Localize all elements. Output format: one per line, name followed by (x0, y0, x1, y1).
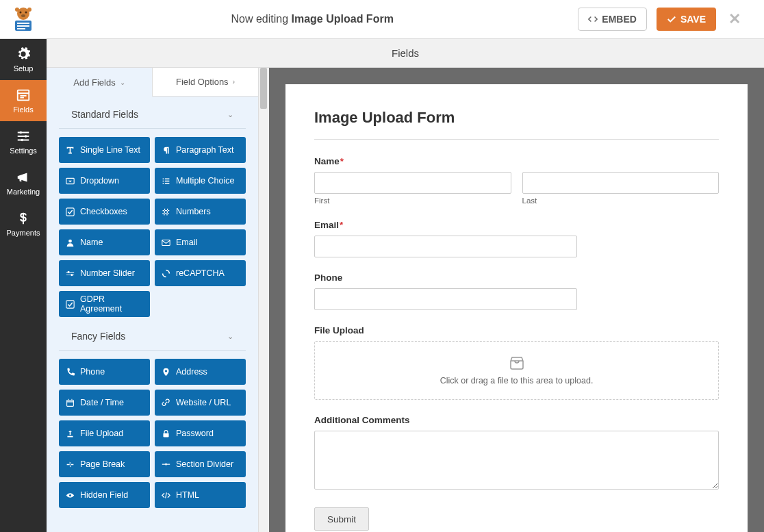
field-type-file-upload[interactable]: File Upload (59, 420, 150, 446)
cal-icon (66, 398, 75, 407)
field-type-address[interactable]: Address (155, 359, 246, 385)
nav-marketing[interactable]: Marketing (0, 162, 47, 203)
field-panel: Add Fields⌄ Field Options› Standard Fiel… (47, 68, 258, 532)
tab-add-fields[interactable]: Add Fields⌄ (47, 68, 152, 97)
field-type-date-time[interactable]: Date / Time (59, 390, 150, 416)
embed-button[interactable]: EMBED (578, 8, 647, 31)
file-upload-dropzone[interactable]: Click or drag a file to this area to upl… (314, 341, 719, 400)
submit-button[interactable]: Submit (314, 507, 369, 531)
code-icon (162, 491, 170, 500)
field-type-name[interactable]: Name (59, 229, 150, 255)
list-icon (162, 177, 170, 186)
hash-icon (162, 207, 170, 216)
recap-icon (162, 269, 170, 278)
save-button[interactable]: SAVE (657, 8, 716, 31)
link-icon (162, 398, 170, 407)
label-comments: Additional Comments (314, 415, 719, 425)
caret-icon (66, 177, 75, 186)
label-name: Name* (314, 156, 719, 166)
field-type-recaptcha[interactable]: reCAPTCHA (155, 260, 246, 286)
left-nav: Setup Fields Settings Marketing Payments (0, 39, 47, 532)
svg-point-11 (21, 14, 25, 17)
input-last-name[interactable] (522, 172, 720, 194)
sublabel-first: First (314, 197, 511, 205)
text-icon (66, 146, 75, 155)
field-type-dropdown[interactable]: Dropdown (59, 168, 150, 194)
field-type-gdpr-agreement[interactable]: GDPR Agreement (59, 291, 150, 317)
svg-point-20 (25, 135, 27, 138)
nav-payments[interactable]: Payments (0, 203, 47, 244)
upload-icon (66, 429, 75, 438)
lock-icon (162, 429, 170, 438)
field-type-section-divider[interactable]: Section Divider (155, 451, 246, 477)
pin-icon (162, 368, 170, 377)
sliders-icon (16, 129, 31, 144)
scrollbar[interactable] (258, 68, 269, 532)
tab-field-options[interactable]: Field Options› (152, 68, 258, 97)
svg-point-12 (15, 8, 19, 12)
check-icon (66, 207, 75, 216)
bullhorn-icon (16, 170, 31, 185)
field-type-html[interactable]: HTML (155, 482, 246, 508)
form-preview: Image Upload Form Name* First Last (269, 68, 764, 532)
mail-icon (162, 238, 170, 247)
field-type-multiple-choice[interactable]: Multiple Choice (155, 168, 246, 194)
form-icon (16, 88, 31, 103)
sublabel-last: Last (522, 197, 720, 205)
field-type-single-line-text[interactable]: Single Line Text (59, 137, 150, 163)
field-type-page-break[interactable]: Page Break (59, 451, 150, 477)
svg-point-10 (25, 12, 27, 14)
break-icon (66, 460, 75, 469)
check-icon (667, 14, 676, 24)
para-icon (162, 146, 170, 155)
section-fancy-fields[interactable]: Fancy Fields⌄ (59, 321, 246, 351)
gear-icon (16, 47, 31, 62)
svg-rect-16 (17, 25, 29, 27)
section-standard-fields[interactable]: Standard Fields⌄ (59, 97, 246, 129)
input-comments[interactable] (314, 431, 719, 490)
check-icon (66, 300, 75, 309)
nav-settings[interactable]: Settings (0, 121, 47, 162)
user-icon (66, 238, 75, 247)
chevron-down-icon: ⌄ (227, 110, 233, 119)
field-type-numbers[interactable]: Numbers (155, 199, 246, 225)
dollar-icon (16, 211, 31, 226)
svg-point-21 (21, 139, 23, 142)
chevron-down-icon: ⌄ (227, 332, 233, 341)
input-phone[interactable] (314, 288, 577, 310)
svg-point-13 (27, 8, 31, 12)
eye-icon (66, 491, 75, 500)
svg-rect-15 (17, 23, 29, 24)
input-email[interactable] (314, 236, 577, 257)
label-file-upload: File Upload (314, 325, 719, 335)
code-icon (588, 14, 598, 24)
field-type-number-slider[interactable]: Number Slider (59, 260, 150, 286)
field-type-email[interactable]: Email (155, 229, 246, 255)
nav-fields[interactable]: Fields (0, 80, 47, 121)
chevron-down-icon: ⌄ (120, 79, 125, 86)
field-type-hidden-field[interactable]: Hidden Field (59, 482, 150, 508)
svg-point-9 (20, 12, 22, 14)
field-type-paragraph-text[interactable]: Paragraph Text (155, 137, 246, 163)
label-phone: Phone (314, 273, 719, 283)
fields-header: Fields (47, 39, 764, 68)
app-logo (0, 0, 47, 39)
field-type-website-url[interactable]: Website / URL (155, 390, 246, 416)
slider-icon (66, 269, 75, 278)
upload-tray-icon (509, 355, 525, 370)
chevron-right-icon: › (233, 78, 235, 86)
input-first-name[interactable] (314, 172, 511, 194)
nav-setup[interactable]: Setup (0, 39, 47, 80)
divider-icon (162, 460, 170, 469)
form-title: Image Upload Form (314, 109, 719, 140)
field-type-password[interactable]: Password (155, 420, 246, 446)
field-type-checkboxes[interactable]: Checkboxes (59, 199, 150, 225)
svg-point-19 (20, 131, 23, 134)
top-bar: Now editing Image Upload Form EMBED SAVE… (0, 0, 764, 39)
close-button[interactable]: ✕ (726, 10, 743, 28)
label-email: Email* (314, 220, 719, 230)
field-type-phone[interactable]: Phone (59, 359, 150, 385)
editing-label: Now editing Image Upload Form (47, 13, 578, 25)
phone-icon (66, 368, 75, 377)
svg-rect-17 (17, 28, 25, 29)
